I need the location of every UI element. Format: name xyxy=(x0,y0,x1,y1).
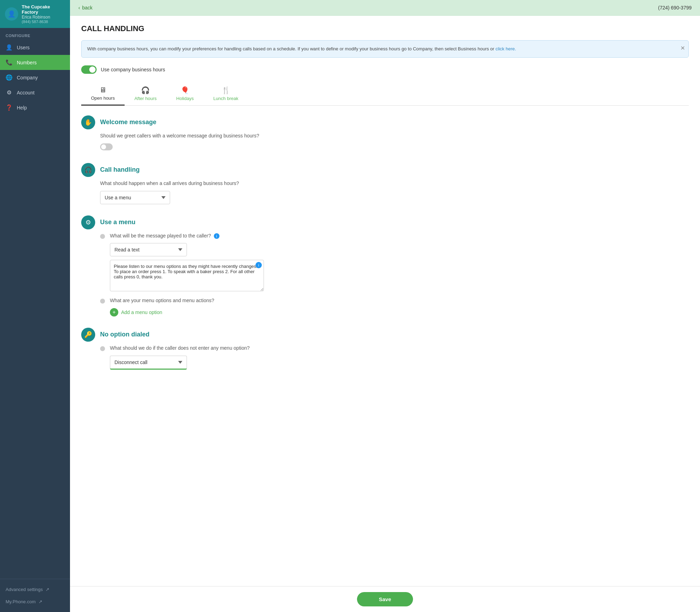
avatar: 👤 xyxy=(5,7,18,21)
no-option-title: No option dialed xyxy=(100,331,149,338)
bullet-2 xyxy=(100,299,105,304)
add-menu-option-button[interactable]: + Add a menu option xyxy=(110,308,214,316)
external-link-icon: ↗ xyxy=(46,587,49,592)
menu-title: Use a menu xyxy=(100,219,135,226)
advanced-settings-label: Advanced settings xyxy=(6,587,43,592)
tab-lunch-break[interactable]: 🍴 Lunch break xyxy=(203,83,248,106)
info-icon: i xyxy=(214,233,219,239)
chevron-left-icon: ‹ xyxy=(78,5,80,10)
users-icon: 👤 xyxy=(6,44,13,51)
sidebar-phone: (844) 587-8638 xyxy=(22,20,65,24)
use-a-menu-section: ⚙ Use a menu What will be the message pl… xyxy=(81,215,689,316)
save-bar: Save xyxy=(70,586,700,612)
configure-label: CONFIGURE xyxy=(0,28,70,40)
business-hours-toggle[interactable] xyxy=(81,65,97,74)
sidebar-header: 👤 The Cupcake Factory Erica Robinson (84… xyxy=(0,0,70,28)
no-option-section: 🔑 No option dialed What should we do if … xyxy=(81,328,689,370)
welcome-message-section: ✋ Welcome message Should we greet caller… xyxy=(81,115,689,152)
bullet-3 xyxy=(100,346,105,351)
sidebar-item-label: Help xyxy=(17,105,27,111)
tabs: 🖥 Open hours 🎧 After hours 🎈 Holidays 🍴 … xyxy=(81,82,689,106)
advanced-settings-link[interactable]: Advanced settings ↗ xyxy=(0,583,70,596)
sidebar-item-numbers[interactable]: 📞 Numbers xyxy=(0,55,70,70)
tab-after-hours-label: After hours xyxy=(134,96,157,101)
menu-icon: ⚙ xyxy=(81,215,95,229)
company-icon: 🌐 xyxy=(6,74,13,81)
open-hours-icon: 🖥 xyxy=(99,86,106,94)
my-phone-link[interactable]: My.Phone.com ↗ xyxy=(0,596,70,608)
holidays-icon: 🎈 xyxy=(181,86,189,94)
add-circle-icon: + xyxy=(110,308,118,316)
no-option-question-row: What should we do if the caller does not… xyxy=(100,345,689,370)
sidebar-item-label: Numbers xyxy=(17,60,37,65)
numbers-icon: 📞 xyxy=(6,59,13,66)
tab-open-hours[interactable]: 🖥 Open hours xyxy=(81,83,125,106)
textarea-wrap: Please listen to our menu options as the… xyxy=(110,260,264,293)
welcome-title: Welcome message xyxy=(100,119,156,126)
page-title: CALL HANDLING xyxy=(81,24,689,33)
external-link-icon-2: ↗ xyxy=(38,599,42,604)
sidebar-item-label: Users xyxy=(17,45,30,50)
company-name: The Cupcake Factory xyxy=(22,4,65,15)
no-option-icon: 🔑 xyxy=(81,328,95,342)
textarea-info-icon[interactable]: i xyxy=(255,262,262,268)
call-handling-title: Call handling xyxy=(100,166,140,173)
call-handling-dropdown[interactable]: Use a menu Forward to number Voicemail xyxy=(100,191,170,204)
no-option-desc: What should we do if the caller does not… xyxy=(110,345,250,351)
call-handling-icon: 🎧 xyxy=(81,163,95,177)
menu-options-question: What are your menu options and menu acti… xyxy=(110,298,214,303)
bullet-1 xyxy=(100,234,105,239)
welcome-desc: Should we greet callers with a welcome m… xyxy=(100,133,689,138)
read-text-dropdown[interactable]: Read a text Play audio file xyxy=(110,243,187,256)
main-content: ‹ back (724) 690-3799 CALL HANDLING With… xyxy=(70,0,700,612)
close-icon[interactable]: ✕ xyxy=(680,44,685,52)
message-question: What will be the message played to the c… xyxy=(110,233,211,239)
sidebar-item-help[interactable]: ❓ Help xyxy=(0,100,70,115)
lunch-break-icon: 🍴 xyxy=(222,86,230,94)
back-label: back xyxy=(82,5,93,10)
content-area: CALL HANDLING With company business hour… xyxy=(70,16,700,612)
sidebar-item-company[interactable]: 🌐 Company xyxy=(0,70,70,85)
tab-holidays-label: Holidays xyxy=(176,96,194,101)
call-handling-desc: What should happen when a call arrives d… xyxy=(100,180,689,186)
my-phone-label: My.Phone.com xyxy=(6,599,36,604)
tab-after-hours[interactable]: 🎧 After hours xyxy=(125,83,167,106)
sidebar-nav: 👤 Users 📞 Numbers 🌐 Company ⚙ Account ❓ … xyxy=(0,40,70,579)
info-banner-text: With company business hours, you can mod… xyxy=(87,46,494,51)
welcome-toggle[interactable] xyxy=(100,143,113,150)
sidebar: 👤 The Cupcake Factory Erica Robinson (84… xyxy=(0,0,70,612)
info-banner-link[interactable]: click here. xyxy=(496,46,516,51)
message-question-row: What will be the message played to the c… xyxy=(100,233,689,293)
sidebar-bottom: Advanced settings ↗ My.Phone.com ↗ xyxy=(0,579,70,612)
business-hours-toggle-row: Use company business hours xyxy=(81,65,689,74)
info-banner: With company business hours, you can mod… xyxy=(81,40,689,58)
business-hours-label: Use company business hours xyxy=(101,67,165,72)
welcome-icon: ✋ xyxy=(81,115,95,129)
tab-lunch-break-label: Lunch break xyxy=(213,96,238,101)
sidebar-item-account[interactable]: ⚙ Account xyxy=(0,85,70,100)
save-button[interactable]: Save xyxy=(357,592,413,606)
tab-holidays[interactable]: 🎈 Holidays xyxy=(167,83,204,106)
topbar-phone-number: (724) 690-3799 xyxy=(658,5,692,10)
call-handling-section: 🎧 Call handling What should happen when … xyxy=(81,163,689,204)
sidebar-item-label: Company xyxy=(17,75,38,80)
user-name: Erica Robinson xyxy=(22,15,65,20)
disconnect-dropdown[interactable]: Disconnect call Forward to number Voicem… xyxy=(110,356,187,370)
menu-text-input[interactable]: Please listen to our menu options as the… xyxy=(110,260,264,291)
sidebar-item-label: Account xyxy=(17,90,35,95)
sidebar-item-users[interactable]: 👤 Users xyxy=(0,40,70,55)
add-option-label: Add a menu option xyxy=(121,309,162,315)
after-hours-icon: 🎧 xyxy=(141,86,150,94)
help-icon: ❓ xyxy=(6,104,13,111)
menu-options-row: What are your menu options and menu acti… xyxy=(100,298,689,316)
tab-open-hours-label: Open hours xyxy=(91,95,115,101)
account-icon: ⚙ xyxy=(6,89,13,96)
topbar: ‹ back (724) 690-3799 xyxy=(70,0,700,16)
back-button[interactable]: ‹ back xyxy=(78,5,92,10)
